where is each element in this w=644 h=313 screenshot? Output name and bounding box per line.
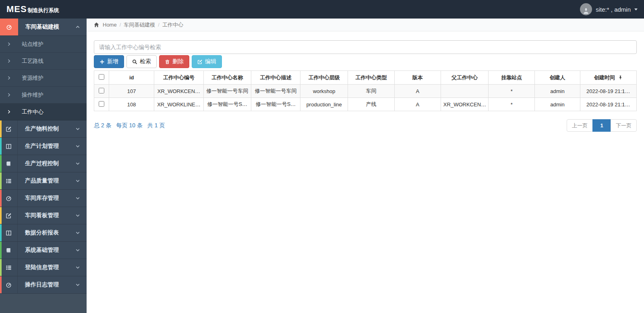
breadcrumb-section[interactable]: 车间基础建模 [124,21,155,29]
sidebar-submenu: 站点维护 工艺路线 资源维护 操作维护 工作中心 [0,36,87,120]
sidebar-group-product-quality[interactable]: 产品质量管理 [0,172,87,190]
column-header-name[interactable]: 工作中心名称 [203,71,251,85]
sidebar-item-label: 资源维护 [18,75,43,82]
pin-icon[interactable] [618,75,623,80]
delete-button[interactable]: 删除 [159,55,189,68]
row-checkbox[interactable] [99,88,104,93]
sidebar-item-station-maintenance[interactable]: 站点维护 [0,36,87,53]
work-center-search-input[interactable] [94,40,637,54]
plus-icon [99,59,105,64]
columns-icon [0,138,18,155]
sidebar-group-workshop-inventory[interactable]: 车间库存管理 [0,190,87,207]
dashboard-icon [0,190,18,207]
caret-down-icon [634,8,638,10]
sidebar-group-login-info[interactable]: 登陆信息管理 [0,259,87,276]
column-header-type[interactable]: 工作中心类型 [348,71,394,85]
sidebar-group-label: 系统基础管理 [18,247,75,254]
cell-station: * [489,85,535,98]
chevron-right-icon [0,42,18,46]
sidebar-item-label: 工作中心 [18,108,43,116]
column-header-created[interactable]: 创建时间 [580,71,636,85]
chevron-down-icon [75,265,80,270]
add-button-label: 新增 [107,58,118,65]
column-header-desc[interactable]: 工作中心描述 [251,71,300,85]
chevron-down-icon [75,144,80,149]
sidebar-item-process-route[interactable]: 工艺路线 [0,53,87,70]
per-page-label: 每页 10 条 [116,122,143,129]
column-header-level[interactable]: 工作中心层级 [300,71,348,85]
table-row[interactable]: 108 XR_WORKLINE… 修一智能一号S… 修一智能一号S… produ… [94,98,637,111]
group-accent-strip [0,207,2,224]
breadcrumb-home[interactable]: Home [103,22,117,28]
sidebar-group-operation-log[interactable]: 操作日志管理 [0,276,87,294]
column-header-parent[interactable]: 父工作中心 [441,71,488,85]
query-button[interactable]: 检索 [126,55,157,68]
sidebar-group-system-basic[interactable]: 系统基础管理 [0,242,87,259]
sidebar-group-label: 登陆信息管理 [18,264,75,271]
add-button[interactable]: 新增 [94,55,124,68]
column-header-version[interactable]: 版本 [394,71,441,85]
sidebar-group-label: 生产物料控制 [18,125,75,133]
sidebar-group-label: 生产过程控制 [18,160,75,167]
cell-desc: 修一智能一号车间 [251,85,300,98]
toolbar: 新增 检索 删除 编辑 [94,55,637,68]
table-row[interactable]: 107 XR_WORKCEN… 修一智能一号车间 修一智能一号车间 worksh… [94,85,637,98]
list-icon [0,259,18,276]
sidebar-group-workshop-modeling[interactable]: 车间基础建模 [0,19,87,36]
book-icon [0,242,18,259]
row-checkbox[interactable] [99,101,104,107]
sidebar-item-resource-maintenance[interactable]: 资源维护 [0,70,87,87]
sidebar-group-label: 生产计划管理 [18,143,75,150]
group-accent-strip [0,242,2,259]
cell-type: 产线 [348,98,394,111]
select-all-cell [94,71,109,85]
group-accent-strip [0,138,2,155]
user-avatar-icon [580,3,592,15]
chevron-down-icon [75,248,80,253]
cell-type: 车间 [348,85,394,98]
sidebar-item-operation-maintenance[interactable]: 操作维护 [0,87,87,104]
page-count-label: 共 1 页 [147,122,165,129]
column-header-station[interactable]: 挂靠站点 [489,71,535,85]
column-header-code[interactable]: 工作中心编号 [154,71,203,85]
cell-level: production_line [300,98,348,111]
trash-icon [165,59,170,64]
sidebar-group-label: 车间基础建模 [18,23,75,31]
chevron-down-icon [75,126,80,131]
edit-icon [197,59,203,64]
group-accent-strip [0,276,2,293]
sidebar-group-production-process[interactable]: 生产过程控制 [0,155,87,172]
sidebar-group-data-analysis[interactable]: 数据分析报表 [0,224,87,242]
group-accent-strip [0,190,2,207]
edit-button[interactable]: 编辑 [192,55,222,68]
breadcrumb-separator: / [120,22,121,28]
chevron-right-icon [0,110,18,114]
chevron-down-icon [75,213,80,218]
page-number-button[interactable]: 1 [592,119,611,132]
pencil-square-icon [0,207,18,224]
breadcrumb-current: 工作中心 [162,21,183,29]
sidebar-item-work-center[interactable]: 工作中心 [0,104,87,120]
sidebar-group-production-material[interactable]: 生产物料控制 [0,120,87,138]
user-menu[interactable]: site:* , admin [580,3,638,15]
pencil-square-icon [0,120,18,137]
next-page-button[interactable]: 下一页 [611,119,637,132]
dashboard-icon [0,276,18,293]
prev-page-button[interactable]: 上一页 [567,119,593,132]
brand-subtitle-text: 制造执行系统 [28,7,59,14]
table-header-row: id 工作中心编号 工作中心名称 工作中心描述 工作中心层级 工作中心类型 版本… [94,71,637,85]
cell-code: XR_WORKCEN… [154,85,203,98]
chevron-up-icon [75,25,80,29]
sidebar-group-workshop-kanban[interactable]: 车间看板管理 [0,207,87,224]
column-header-id[interactable]: id [109,71,154,85]
group-accent-strip [0,120,2,137]
book-icon [0,155,18,172]
cell-code: XR_WORKLINE… [154,98,203,111]
sidebar-group-production-plan[interactable]: 生产计划管理 [0,138,87,155]
cell-id: 107 [109,85,154,98]
cell-creator: admin [535,85,580,98]
cell-created: 2022-08-19 21:1… [580,98,636,111]
home-icon [94,22,99,27]
column-header-creator[interactable]: 创建人 [535,71,580,85]
select-all-checkbox[interactable] [99,74,104,80]
